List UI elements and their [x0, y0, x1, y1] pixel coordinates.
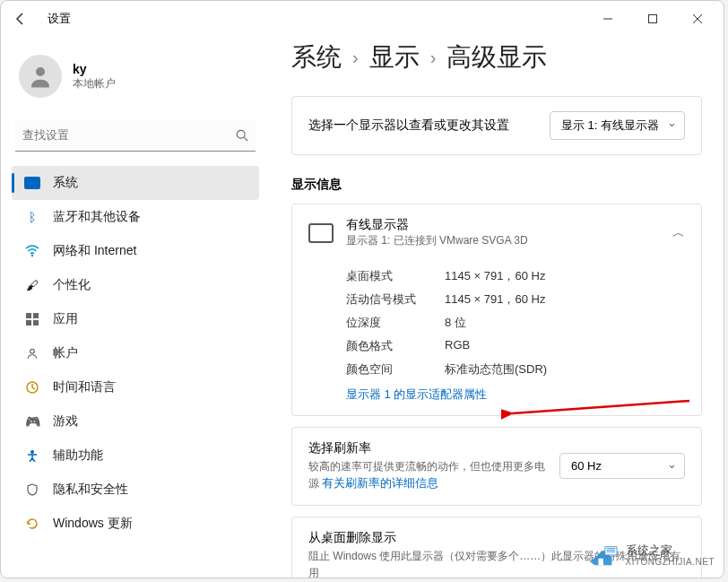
value: 1145 × 791，60 Hz [445, 291, 545, 308]
maximize-icon [647, 13, 658, 24]
display-info-card: 有线显示器 显示器 1: 已连接到 VMware SVGA 3D ︿ 桌面模式 … [291, 204, 702, 416]
sidebar: ky 本地帐户 系统 ᛒ 蓝牙和其他设备 网络和 Internet [1, 37, 270, 578]
brush-icon: 🖌 [24, 277, 40, 293]
label: 活动信号模式 [346, 291, 445, 308]
clock-icon [24, 379, 40, 395]
wifi-icon [24, 243, 40, 259]
avatar [19, 55, 62, 98]
nav-label: 隐私和安全性 [53, 482, 128, 498]
nav-label: 系统 [53, 175, 78, 191]
user-subtitle: 本地帐户 [73, 76, 116, 91]
nav-system[interactable]: 系统 [12, 166, 259, 200]
monitor-icon [308, 223, 334, 243]
close-button[interactable] [679, 6, 716, 31]
refresh-subtitle: 较高的速率可提供更流畅的动作，但也使用更多电源 有关刷新率的详细信息 [308, 458, 545, 492]
nav-label: 游戏 [53, 413, 78, 430]
watermark-icon [586, 542, 620, 569]
nav-accessibility[interactable]: 辅助功能 [12, 439, 259, 473]
titlebar: 设置 [1, 1, 724, 37]
nav-label: 应用 [53, 311, 78, 327]
search-icon [236, 129, 248, 142]
content-area: 系统 › 显示 › 高级显示 选择一个显示器以查看或更改其设置 显示 1: 有线… [270, 37, 724, 578]
selector-label: 选择一个显示器以查看或更改其设置 [308, 117, 509, 134]
svg-rect-6 [26, 313, 31, 318]
section-display-info: 显示信息 [291, 177, 702, 193]
user-name: ky [73, 62, 116, 76]
svg-rect-15 [598, 559, 603, 566]
apps-icon [24, 311, 40, 327]
nav-label: Windows 更新 [53, 516, 133, 532]
minimize-icon [602, 13, 613, 24]
info-row-bit-depth: 位深度 8 位 [346, 311, 685, 334]
watermark-name: 系统之家 [626, 543, 715, 558]
system-icon [24, 177, 40, 189]
label: 位深度 [346, 315, 445, 331]
breadcrumb: 系统 › 显示 › 高级显示 [291, 40, 702, 74]
nav-label: 个性化 [53, 277, 91, 293]
nav-network[interactable]: 网络和 Internet [12, 234, 259, 268]
svg-point-3 [237, 130, 245, 138]
nav-label: 时间和语言 [53, 379, 116, 395]
account-icon [24, 345, 40, 361]
breadcrumb-system[interactable]: 系统 [291, 40, 342, 74]
svg-rect-7 [33, 313, 39, 318]
gaming-icon: 🎮 [24, 413, 40, 430]
chevron-right-icon: › [352, 48, 359, 68]
svg-rect-8 [26, 320, 31, 326]
display-info-title: 有线显示器 [346, 217, 660, 233]
info-row-desktop-mode: 桌面模式 1145 × 791，60 Hz [346, 265, 685, 288]
nav-update[interactable]: Windows 更新 [12, 507, 259, 541]
value: RGB [445, 338, 470, 354]
breadcrumb-advanced-display: 高级显示 [446, 40, 547, 74]
display-info-body: 桌面模式 1145 × 791，60 Hz 活动信号模式 1145 × 791，… [292, 261, 701, 415]
svg-point-12 [30, 450, 34, 454]
nav-time[interactable]: 时间和语言 [12, 370, 259, 404]
chevron-right-icon: › [430, 48, 437, 68]
arrow-left-icon [13, 12, 28, 26]
shield-icon [24, 482, 40, 498]
chevron-up-icon: ︿ [672, 225, 685, 241]
watermark-url: XITONGZHIJIA.NET [626, 557, 715, 567]
app-title: 设置 [48, 11, 71, 27]
dropdown-value: 显示 1: 有线显示器 [561, 118, 659, 132]
adapter-properties-link[interactable]: 显示器 1 的显示适配器属性 [346, 381, 487, 403]
svg-line-4 [244, 137, 247, 141]
nav-apps[interactable]: 应用 [12, 302, 259, 336]
accessibility-icon [24, 447, 40, 464]
maximize-button[interactable] [634, 6, 672, 31]
back-button[interactable] [8, 6, 33, 31]
svg-rect-9 [33, 320, 39, 326]
svg-rect-1 [649, 15, 657, 23]
nav-label: 网络和 Internet [53, 243, 136, 259]
close-icon [692, 13, 703, 24]
refresh-rate-dropdown[interactable]: 60 Hz [559, 453, 685, 479]
display-info-header[interactable]: 有线显示器 显示器 1: 已连接到 VMware SVGA 3D ︿ [292, 204, 701, 261]
display-dropdown[interactable]: 显示 1: 有线显示器 [550, 111, 685, 140]
user-block[interactable]: ky 本地帐户 [12, 44, 259, 116]
svg-point-2 [36, 67, 45, 76]
person-icon [27, 63, 54, 90]
nav-personalize[interactable]: 🖌 个性化 [12, 268, 259, 302]
bluetooth-icon: ᛒ [24, 209, 40, 225]
nav-privacy[interactable]: 隐私和安全性 [12, 473, 259, 507]
value: 标准动态范围(SDR) [445, 361, 547, 378]
refresh-title: 选择刷新率 [308, 440, 545, 456]
nav-bluetooth[interactable]: ᛒ 蓝牙和其他设备 [12, 200, 259, 234]
refresh-info-link[interactable]: 有关刷新率的详细信息 [322, 474, 438, 492]
nav-gaming[interactable]: 🎮 游戏 [12, 404, 259, 439]
search-input[interactable] [22, 125, 236, 145]
svg-point-5 [31, 255, 33, 256]
watermark: 系统之家 XITONGZHIJIA.NET [586, 542, 715, 569]
value: 1145 × 791，60 Hz [445, 268, 545, 284]
breadcrumb-display[interactable]: 显示 [369, 40, 420, 74]
display-selector-card: 选择一个显示器以查看或更改其设置 显示 1: 有线显示器 [291, 96, 702, 155]
refresh-rate-card: 选择刷新率 较高的速率可提供更流畅的动作，但也使用更多电源 有关刷新率的详细信息… [291, 427, 702, 506]
nav-accounts[interactable]: 帐户 [12, 336, 259, 370]
value: 8 位 [445, 315, 466, 331]
search-box[interactable] [15, 119, 256, 152]
dropdown-value: 60 Hz [571, 459, 602, 473]
display-info-subtitle: 显示器 1: 已连接到 VMware SVGA 3D [346, 233, 660, 248]
minimize-button[interactable] [589, 6, 627, 31]
nav-label: 辅助功能 [53, 447, 103, 464]
update-icon [24, 516, 40, 532]
